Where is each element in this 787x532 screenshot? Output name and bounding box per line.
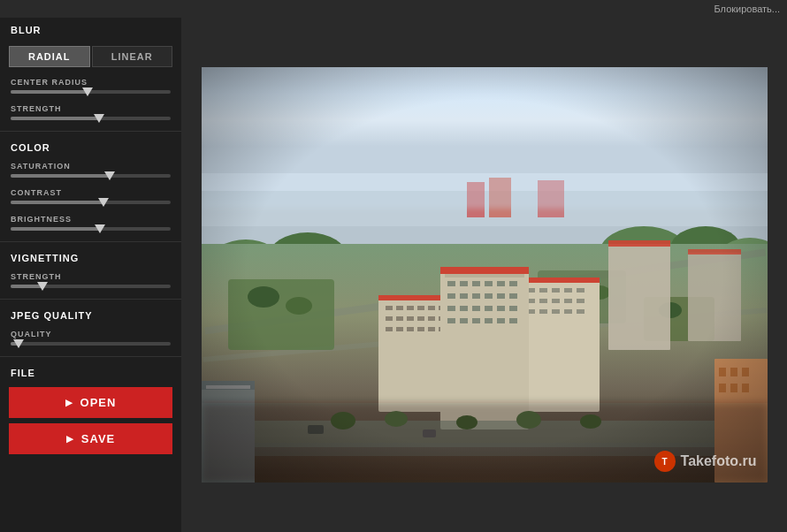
watermark-text: Takefoto.ru (681, 453, 757, 469)
brightness-row: BRIGHTNESS (0, 211, 181, 238)
center-radius-label: CENTER RADIUS (11, 78, 171, 87)
open-arrow-icon: ▶ (65, 398, 73, 407)
save-arrow-icon: ▶ (66, 434, 74, 444)
photo-container: T Takefoto.ru (202, 67, 768, 483)
main-layout: BLUR RADIAL LINEAR CENTER RADIUS STRENGT… (0, 18, 787, 532)
blur-section-header: BLUR (0, 18, 181, 41)
center-radius-row: CENTER RADIUS (0, 74, 181, 101)
quality-track[interactable] (11, 342, 171, 346)
saturation-label: SATURATION (11, 162, 171, 171)
quality-row: QUALITY (0, 326, 181, 353)
center-radius-fill (11, 90, 88, 94)
saturation-row: SATURATION (0, 158, 181, 185)
quality-thumb[interactable] (13, 339, 24, 348)
divider-2 (0, 241, 181, 242)
open-button[interactable]: ▶ OPEN (9, 387, 172, 418)
blur-toggle: RADIAL LINEAR (9, 46, 172, 67)
saturation-track[interactable] (11, 174, 171, 178)
contrast-label: CONTRAST (11, 188, 171, 197)
brightness-thumb[interactable] (95, 224, 105, 233)
open-label: OPEN (80, 396, 117, 409)
save-label: SAVE (81, 432, 115, 445)
color-section-header: COLOR (0, 135, 181, 158)
strength-row-2: STRENGTH (0, 269, 181, 295)
save-button[interactable]: ▶ SAVE (9, 423, 172, 454)
linear-button[interactable]: LINEAR (92, 46, 173, 67)
svg-rect-114 (202, 67, 768, 483)
strength-label-2: STRENGTH (11, 272, 171, 281)
content-area: T Takefoto.ru (181, 18, 787, 532)
strength-thumb-2[interactable] (37, 282, 48, 291)
top-bar: Блокировать... (0, 0, 787, 18)
watermark: T Takefoto.ru (654, 451, 757, 472)
top-bar-text: Блокировать... (714, 4, 780, 14)
strength-row-1: STRENGTH (0, 101, 181, 127)
brightness-label: BRIGHTNESS (11, 215, 171, 224)
strength-track-2[interactable] (11, 285, 171, 288)
center-radius-track[interactable] (11, 90, 171, 94)
file-section-header: FILE (0, 361, 181, 384)
strength-thumb-1[interactable] (94, 114, 104, 123)
strength-label-1: STRENGTH (11, 104, 171, 113)
divider-4 (0, 356, 181, 357)
brightness-track[interactable] (11, 227, 171, 231)
jpeg-quality-section-header: JPEG QUALITY (0, 303, 181, 326)
saturation-thumb[interactable] (104, 171, 115, 180)
contrast-fill (11, 201, 103, 204)
quality-label: QUALITY (11, 330, 171, 338)
contrast-row: CONTRAST (0, 185, 181, 211)
strength-track-1[interactable] (11, 117, 171, 120)
city-photo (202, 67, 768, 483)
brightness-fill (11, 227, 100, 231)
divider-1 (0, 131, 181, 132)
contrast-track[interactable] (11, 201, 171, 204)
saturation-fill (11, 174, 110, 178)
sidebar: BLUR RADIAL LINEAR CENTER RADIUS STRENGT… (0, 18, 181, 532)
divider-3 (0, 299, 181, 300)
strength-fill-1 (11, 117, 99, 120)
radial-button[interactable]: RADIAL (9, 46, 90, 67)
contrast-thumb[interactable] (98, 198, 109, 207)
watermark-icon: T (654, 451, 676, 472)
vignetting-section-header: VIGNETTING (0, 246, 181, 269)
file-section: ▶ OPEN ▶ SAVE (0, 384, 181, 467)
center-radius-thumb[interactable] (82, 87, 93, 96)
